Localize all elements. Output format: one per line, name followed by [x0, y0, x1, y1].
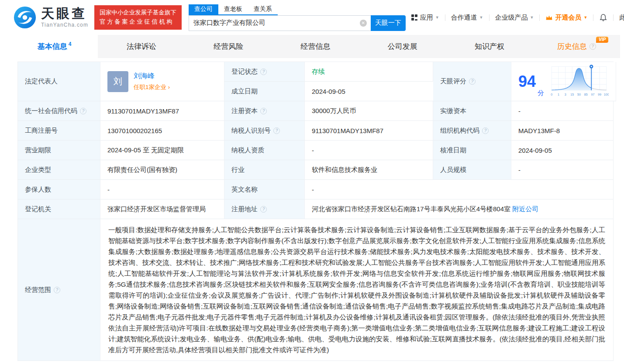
score-label: 天眼评分 — [433, 62, 511, 101]
tab-business-info[interactable]: 经营信息 — [272, 35, 359, 58]
registry-authority-label: 登记机关 — [18, 199, 100, 219]
establish-date-label: 成立日期 — [224, 82, 305, 101]
help-icon[interactable] — [260, 108, 267, 114]
tab-basic-info[interactable]: 基本信息4 — [11, 35, 98, 58]
chevron-down-icon: ▼ — [530, 15, 534, 20]
chart-axis-labels: 01 315 5085 9799 100 — [551, 93, 609, 96]
help-icon[interactable] — [273, 127, 280, 134]
bell-icon — [599, 14, 607, 22]
reg-status-label: 登记状态 — [224, 62, 305, 82]
search-bar: ✕ 天眼一下 — [189, 15, 406, 31]
score-number: 94 — [518, 74, 536, 89]
tab-intellectual-property[interactable]: 知识产权 — [446, 35, 533, 58]
top-nav: 应用▼ 合作通道▼ 企业级产品▼ 开通会员▼ 此处有...▼ — [406, 14, 624, 22]
bell-curve-fill — [552, 68, 607, 90]
reg-capital-label: 注册资本 — [224, 101, 305, 121]
english-name-value: - — [305, 180, 613, 199]
logo-domain: TianYanCha.com — [41, 22, 88, 28]
nav-enterprise-products[interactable]: 企业级产品▼ — [490, 14, 540, 22]
staff-size-label: 人员规模 — [433, 160, 511, 180]
insured-count-value: - — [100, 180, 224, 199]
table-row: 营业期限 2024-09-05 至 无固定期限 纳税人资质 - 核准日期 202… — [18, 141, 613, 160]
business-reg-no-label: 工商注册号 — [18, 121, 100, 141]
taxpayer-id-label: 纳税人识别号 — [224, 121, 305, 141]
staff-size-value: - — [511, 160, 613, 180]
tianyancha-logo[interactable]: 天眼查 TianYanCha.com — [13, 6, 88, 29]
apps-grid-icon — [411, 14, 417, 21]
company-info-table: 法定代表人 刘 刘海峰 任职1家企业 › 登记状态 存续 天眼评分 94 分 — [17, 62, 614, 361]
nav-cooperation[interactable]: 合作通道▼ — [445, 14, 489, 22]
nav-open-vip[interactable]: 开通会员▼ — [540, 14, 593, 22]
tab-count-badge: 4 — [69, 41, 72, 47]
help-icon[interactable] — [590, 43, 596, 50]
help-icon[interactable] — [482, 127, 489, 134]
taxpayer-quality-value: - — [305, 141, 433, 160]
paid-capital-label: 实缴资本 — [433, 101, 511, 121]
gov-credit-badge: 国家中小企业发展子基金旗下 官方备案企业征信机构 — [94, 5, 182, 30]
score-value: 94 分 — [511, 62, 616, 101]
crown-icon — [545, 14, 553, 21]
vip-badge: VIP — [596, 37, 608, 43]
establish-date-value: 2024-09-05 — [305, 82, 433, 101]
svg-text:15: 15 — [570, 93, 574, 96]
tab-operational-risk[interactable]: 经营风险 — [185, 35, 272, 58]
chevron-down-icon: ▼ — [479, 15, 483, 20]
search-tab-company[interactable]: 查公司 — [189, 4, 218, 14]
help-icon[interactable] — [469, 78, 476, 85]
score-distribution-chart: 01 315 5085 9799 100 — [549, 64, 609, 100]
table-row: 登记机关 张家口经济开发区市场监督管理局 注册地址 河北省张家口市经济开发区钻石… — [18, 199, 613, 219]
score-unit: 分 — [538, 89, 544, 97]
help-icon[interactable] — [54, 287, 60, 293]
taxpayer-quality-label: 纳税人资质 — [224, 141, 305, 160]
help-icon[interactable] — [80, 108, 86, 114]
nav-notifications[interactable] — [593, 14, 613, 22]
business-scope-text: 一般项目:数据处理和存储支持服务;人工智能公共数据平台;云计算装备技术服务;云计… — [102, 221, 611, 359]
logo-title: 天眼查 — [41, 7, 88, 20]
search-button[interactable]: 天眼一下 — [371, 15, 406, 31]
svg-text:100: 100 — [604, 93, 609, 96]
nav-apps[interactable]: 应用▼ — [406, 14, 445, 22]
table-row: 参保人数 - 英文名称 - — [18, 180, 613, 199]
chevron-right-icon: › — [166, 84, 170, 90]
industry-label: 行业 — [224, 160, 305, 180]
org-code-value: MADY13MF-8 — [511, 121, 613, 141]
insured-count-label: 参保人数 — [18, 180, 100, 199]
badge-line1: 国家中小企业发展子基金旗下 — [100, 8, 176, 17]
search-tab-relation[interactable]: 查关系 — [248, 4, 278, 14]
legal-rep-name-link[interactable]: 刘海峰 — [134, 72, 170, 81]
svg-text:97: 97 — [591, 93, 594, 96]
search-tab-boss[interactable]: 查老板 — [218, 4, 248, 14]
clear-search-icon[interactable]: ✕ — [360, 20, 367, 27]
business-term-label: 营业期限 — [18, 141, 100, 160]
help-icon[interactable] — [260, 69, 267, 75]
tab-history-info[interactable]: VIP 历史信息 — [533, 35, 620, 58]
nav-more[interactable]: 此处有...▼ — [614, 14, 624, 22]
search-input[interactable] — [189, 15, 371, 31]
svg-text:50: 50 — [577, 93, 581, 96]
legal-rep-employment-link[interactable]: 任职1家企业 › — [134, 83, 170, 91]
section-tabbar: 基本信息4 法律诉讼 经营风险 经营信息 公司发展 知识产权 VIP 历史信息 — [11, 35, 620, 58]
svg-text:3: 3 — [565, 93, 566, 96]
credit-code-label: 统一社会信用代码 — [18, 101, 100, 121]
svg-text:1: 1 — [558, 93, 559, 96]
svg-text:99: 99 — [598, 93, 601, 96]
nearby-companies-link[interactable]: 附近公司 — [512, 205, 538, 213]
chevron-down-icon: ▼ — [435, 15, 439, 20]
help-icon[interactable] — [260, 206, 267, 213]
header: 天眼查 TianYanCha.com 国家中小企业发展子基金旗下 官方备案企业征… — [0, 0, 624, 35]
table-row: 经营范围 一般项目:数据处理和存储支持服务;人工智能公共数据平台;云计算装备技术… — [18, 219, 613, 361]
org-code-label: 组织机构代码 — [433, 121, 511, 141]
reg-status-value: 存续 — [305, 62, 433, 82]
chevron-down-icon: ▼ — [583, 15, 587, 20]
business-scope-value: 一般项目:数据处理和存储支持服务;人工智能公共数据平台;云计算装备技术服务;云计… — [100, 219, 613, 361]
avatar[interactable]: 刘 — [107, 71, 128, 92]
business-reg-no-value: 130701000202165 — [100, 121, 224, 141]
business-scope-label: 经营范围 — [18, 219, 100, 361]
table-row: 统一社会信用代码 91130701MADY13MF87 注册资本 30000万人… — [18, 101, 613, 121]
tab-legal-proceedings[interactable]: 法律诉讼 — [98, 35, 185, 58]
tab-company-development[interactable]: 公司发展 — [359, 35, 446, 58]
approval-date-value: 2024-09-05 — [511, 141, 613, 160]
svg-text:0: 0 — [551, 93, 552, 96]
table-row: 法定代表人 刘 刘海峰 任职1家企业 › 登记状态 存续 天眼评分 94 分 — [18, 62, 613, 101]
search-tabs: 查公司 查老板 查关系 — [189, 4, 278, 15]
